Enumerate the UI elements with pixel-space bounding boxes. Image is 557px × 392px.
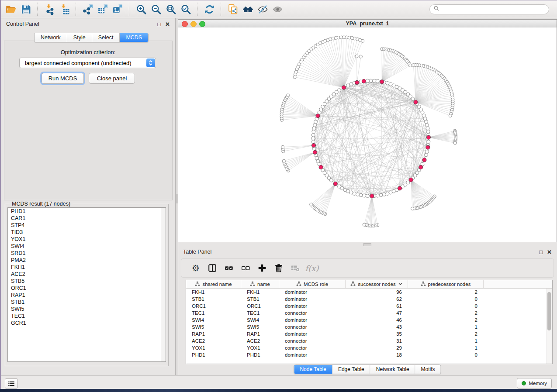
minimize-window-icon[interactable] (190, 21, 197, 27)
export-image-icon[interactable] (110, 2, 125, 16)
add-row-icon[interactable] (254, 261, 270, 275)
table-cell[interactable]: 2 (408, 289, 484, 295)
table-cell[interactable]: dominator (279, 317, 346, 323)
search-box[interactable] (429, 4, 549, 14)
mcds-node-item[interactable]: STB1 (8, 299, 166, 306)
tab-mcds[interactable]: MCDS (120, 33, 148, 42)
table-row[interactable]: YOX1YOX1connector291 (186, 344, 552, 351)
table-cell[interactable]: 61 (346, 303, 408, 309)
mcds-node-item[interactable]: STB5 (8, 278, 166, 285)
float-panel-icon[interactable]: □ (157, 21, 161, 27)
table-cell[interactable]: ORC1 (241, 303, 279, 309)
split-view-icon[interactable] (204, 261, 221, 275)
zoom-fit-icon[interactable] (163, 2, 178, 16)
hide-selected-icon[interactable] (255, 2, 270, 16)
scrollbar-thumb[interactable] (547, 292, 551, 330)
table-cell[interactable]: 35 (346, 331, 408, 337)
table-row[interactable]: SWI4SWI4dominator462 (186, 316, 552, 323)
mcds-node-item[interactable]: ORC1 (8, 285, 166, 292)
network-view[interactable] (178, 28, 557, 242)
mcds-node-item[interactable]: ACE2 (8, 271, 166, 278)
table-cell[interactable]: 0 (408, 303, 484, 309)
table-cell[interactable]: TEC1 (241, 310, 279, 316)
tab-motifs[interactable]: Motifs (415, 365, 441, 374)
zoom-window-icon[interactable] (199, 21, 205, 27)
clone-network-icon[interactable] (225, 2, 240, 16)
table-cell[interactable]: 1 (408, 324, 484, 330)
mcds-node-item[interactable]: TID3 (8, 229, 166, 236)
table-cell[interactable]: PHD1 (186, 352, 241, 358)
table-cell[interactable]: 1 (408, 338, 484, 344)
mcds-node-item[interactable]: RAP1 (8, 292, 166, 299)
optimization-select[interactable]: largest connected component (undirected) (19, 58, 156, 68)
table-cell[interactable]: 2 (408, 310, 484, 316)
table-row[interactable]: RAP1RAP1dominator352 (186, 330, 552, 337)
table-cell[interactable]: connector (279, 345, 346, 351)
zoom-in-icon[interactable] (134, 2, 149, 16)
mcds-list-scrollbar[interactable] (161, 208, 166, 361)
zoom-selected-icon[interactable] (178, 2, 193, 16)
table-cell[interactable]: SWI4 (186, 317, 241, 323)
search-input[interactable] (442, 6, 545, 13)
table-cell[interactable]: 31 (346, 338, 408, 344)
mcds-node-item[interactable]: SWI5 (8, 306, 166, 313)
tab-edge-table[interactable]: Edge Table (332, 365, 370, 374)
table-row[interactable]: PHD1PHD1dominator180 (186, 351, 552, 358)
run-mcds-button[interactable]: Run MCDS (42, 73, 84, 84)
table-cell[interactable]: SWI5 (186, 324, 241, 330)
delete-row-icon[interactable] (270, 261, 287, 275)
float-panel-icon[interactable]: □ (539, 249, 543, 255)
first-neighbors-icon[interactable] (240, 2, 255, 16)
table-cell[interactable]: 1 (408, 345, 484, 351)
table-cell[interactable]: ACE2 (241, 338, 279, 344)
table-cell[interactable]: RAP1 (186, 331, 241, 337)
table-cell[interactable]: TEC1 (186, 310, 241, 316)
import-table-icon[interactable] (57, 2, 72, 16)
table-cell[interactable]: 96 (346, 289, 408, 295)
table-cell[interactable]: 2 (408, 317, 484, 323)
table-cell[interactable]: 46 (346, 317, 408, 323)
table-row[interactable]: SWI5SWI5connector431 (186, 323, 552, 330)
column-header-MCDS-role[interactable]: MCDS role (279, 280, 346, 288)
table-cell[interactable]: dominator (279, 303, 346, 309)
close-panel-icon[interactable]: ✕ (547, 249, 552, 255)
table-cell[interactable]: SWI5 (241, 324, 279, 330)
network-titlebar[interactable]: YPA_prune.txt_1 (178, 20, 557, 28)
table-cell[interactable]: STB1 (186, 296, 241, 302)
tab-style[interactable]: Style (67, 33, 92, 42)
save-icon[interactable] (18, 2, 33, 16)
splitter-handle[interactable] (363, 243, 371, 246)
table-cell[interactable]: STB1 (241, 296, 279, 302)
mcds-node-item[interactable]: GCR1 (8, 320, 166, 327)
tab-select[interactable]: Select (92, 33, 120, 42)
mcds-node-item[interactable]: PMA2 (8, 257, 166, 264)
select-all-icon[interactable] (221, 261, 237, 275)
console-button[interactable] (5, 378, 18, 389)
table-cell[interactable]: FKH1 (186, 289, 241, 295)
export-network-icon[interactable] (80, 2, 95, 16)
table-cell[interactable]: dominator (279, 352, 346, 358)
table-cell[interactable]: SWI4 (241, 317, 279, 323)
table-cell[interactable]: 0 (408, 296, 484, 302)
tab-network[interactable]: Network (35, 33, 67, 42)
close-panel-icon[interactable]: ✕ (165, 21, 170, 27)
table-cell[interactable]: dominator (279, 296, 346, 302)
table-row[interactable]: TEC1TEC1connector472 (186, 309, 552, 316)
table-cell[interactable]: 47 (346, 310, 408, 316)
table-cell[interactable]: 43 (346, 324, 408, 330)
mcds-node-item[interactable]: SWI4 (8, 243, 166, 250)
table-scrollbar[interactable] (547, 289, 552, 364)
mcds-node-item[interactable]: YOX1 (8, 236, 166, 243)
show-all-icon[interactable] (270, 2, 285, 16)
table-cell[interactable]: RAP1 (241, 331, 279, 337)
refresh-icon[interactable] (202, 2, 217, 16)
table-row[interactable]: ACE2ACE2connector311 (186, 337, 552, 344)
table-row[interactable]: ORC1ORC1dominator610 (186, 303, 552, 309)
table-row[interactable]: FKH1FKH1dominator962 (186, 289, 552, 296)
gear-icon[interactable]: ⚙ (187, 261, 204, 275)
table-cell[interactable]: connector (279, 338, 346, 344)
table-cell[interactable]: 0 (408, 352, 484, 358)
deselect-all-icon[interactable] (237, 261, 254, 275)
mcds-node-item[interactable]: FKH1 (8, 264, 166, 271)
table-cell[interactable]: 18 (346, 352, 408, 358)
